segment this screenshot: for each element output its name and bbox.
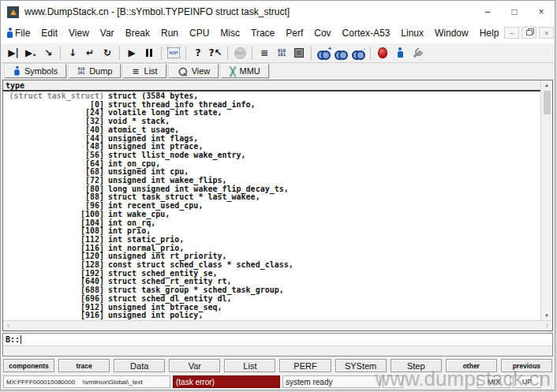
field-text: void * stack, [104,117,170,125]
tab-list[interactable]: ≡List [123,64,166,78]
scroll-right-icon[interactable]: › [546,322,548,330]
menu-item-var[interactable]: Var [95,26,120,40]
typeinfo-header: type [3,80,540,91]
menu-item-trace[interactable]: Trace [245,26,280,40]
field-offset: [100] [5,211,104,219]
softkey-step[interactable]: Step [391,359,442,372]
dump-icon-line: 101 [278,53,286,57]
typeinfo-line[interactable]: [916]unsigned int policy, [5,312,540,320]
magnifier-icon [178,66,187,76]
softkey-system[interactable]: SYStem [335,359,387,372]
tab-view[interactable]: View [169,64,219,78]
tab-mmu[interactable]: ╳MMU [221,64,269,78]
command-input[interactable]: B:: [3,334,552,346]
menu-item-cov[interactable]: Cov [308,26,336,40]
softkey-previous[interactable]: previous [501,359,552,372]
stop-icon: STOP [234,47,246,59]
softkey-perf[interactable]: PERF [279,359,331,372]
softkey-data[interactable]: Data [114,359,165,372]
menu-item-view[interactable]: View [63,26,95,40]
maximize-button[interactable]: □ [501,1,528,23]
menu-item-misc[interactable]: Misc [215,26,245,40]
softkey-other[interactable]: other [446,359,497,372]
vertical-scroll-thumb[interactable] [544,91,551,114]
typeinfo-line[interactable]: [40]atomic_t usage, [5,126,540,135]
menu-item-cpu[interactable]: CPU [184,26,215,40]
softkey-components[interactable]: components [3,359,54,372]
context-help-button[interactable]: ?↖ [207,44,224,62]
field-text: int recent_used_cpu, [104,201,203,210]
field-text: int on_cpu, [104,159,160,168]
menu-item-help[interactable]: Help [474,26,505,40]
toolbar-separator [370,47,371,60]
status-blank-field [383,375,403,388]
mdi-restore-button[interactable] [521,27,536,39]
menu-item-break[interactable]: Break [120,26,155,40]
softkey-list[interactable]: List [224,359,275,372]
find-add-button[interactable]: + [315,44,332,62]
field-offset: [916] [5,312,104,320]
step-over-button[interactable]: ▶. [22,44,39,62]
go-up-button[interactable]: ↻ [99,44,116,62]
binoc-mark: → [361,45,367,52]
vertical-scrollbar[interactable]: ▲ ▼ [540,80,552,320]
menu-item-cortex-a53[interactable]: Cortex-A53 [337,26,396,40]
tools-wrench-button[interactable] [409,44,426,62]
menu-item-file[interactable]: File [9,26,36,40]
go-button[interactable]: ▶ [123,44,140,62]
field-text: unsigned int wakee_flips, [104,176,227,185]
restore-icon [526,30,533,35]
step-into-button[interactable]: ▶| [5,44,22,62]
field-text: struct thread_info thread_info, [104,100,256,109]
softkey-trace[interactable]: trace [58,359,110,372]
message-line [3,346,552,356]
help-button[interactable]: ? [189,44,207,62]
app-icon [7,6,19,18]
field-text: unsigned int btrace_seq, [104,303,222,312]
scroll-left-icon[interactable]: ‹ [7,322,9,330]
break-bug-button[interactable] [374,44,391,62]
titlebar: www.DumpStack.cn - [B::sYmbol.TYPEINFO s… [1,1,555,23]
menu-item-perf[interactable]: Perf [280,26,308,40]
list-button[interactable]: ≡ [256,44,273,62]
typeinfo-line[interactable]: [696]struct sched_dl_entity dl, [5,295,540,304]
typeinfo-line[interactable]: [100]int wake_cpu, [5,211,540,219]
field-text: int normal_prio, [104,244,184,252]
break-button[interactable] [140,44,158,62]
menu-item-window[interactable]: Window [429,26,474,40]
step-out-button[interactable]: ↘ [39,44,57,62]
list-icon: ≡ [260,47,268,58]
symbols-person-button[interactable] [391,44,409,62]
close-button[interactable]: × [528,1,555,23]
step-out-icon: ↘ [44,48,52,58]
tab-dump[interactable]: 010101Dump [69,64,121,78]
scroll-down-icon[interactable]: ▼ [544,312,549,319]
typeinfo-line[interactable]: (struct task_struct)struct (3584 bytes, [5,92,540,101]
menu-item-linux[interactable]: Linux [395,26,429,40]
menubar: FileEditViewVarBreakRunCPUMiscTracePerfC… [1,23,555,43]
field-offset: [696] [5,295,104,304]
find-go-button[interactable]: → [350,44,367,62]
field-text: unsigned int policy, [104,311,203,319]
help-icon: ? [196,48,201,58]
field-text: atomic_t usage, [104,125,179,134]
scroll-up-icon[interactable]: ▲ [544,82,549,88]
menu-item-run[interactable]: Run [155,26,184,40]
horizontal-scrollbar[interactable]: ‹ › [3,320,552,330]
status-symbol: \\vmlinux\Global\_text [82,379,142,386]
softkey-var[interactable]: Var [169,359,220,372]
mdi-minimize-button[interactable]: – [504,27,519,39]
mdi-close-button[interactable]: × [539,27,554,39]
dump-button[interactable]: 010101 [273,44,290,62]
find-add-icon: + [317,48,331,58]
minimize-button[interactable]: – [474,1,501,23]
nop-button[interactable]: NOP [165,44,182,62]
go-till-button[interactable]: ↓ [64,44,81,62]
window-controls: – □ × [474,1,555,23]
tab-symbols[interactable]: Symbols [5,64,66,78]
find-view-button[interactable] [332,44,350,62]
menu-item-edit[interactable]: Edit [36,26,63,40]
go-return-button[interactable]: ↵ [81,44,99,62]
register-button[interactable] [290,44,308,62]
stop-button[interactable]: STOP [231,44,249,62]
